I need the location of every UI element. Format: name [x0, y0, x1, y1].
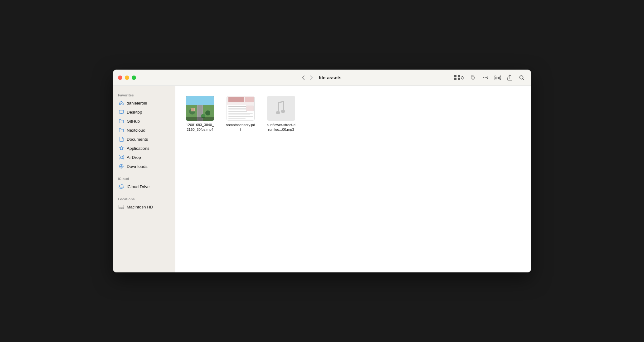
- sidebar-item-desktop-label: Desktop: [127, 110, 142, 115]
- airdrop-icon: [119, 154, 124, 160]
- sidebar-item-applications-label: Applications: [127, 146, 149, 151]
- file-name-pdf: somatosensory.pdf: [226, 123, 255, 132]
- file-thumbnail-mp3: [267, 96, 295, 121]
- maximize-button[interactable]: [132, 76, 136, 80]
- svg-rect-35: [228, 116, 253, 117]
- svg-rect-3: [458, 78, 460, 80]
- applications-icon: [119, 145, 124, 151]
- sidebar-item-icloud-drive[interactable]: iCloud Drive: [115, 182, 173, 191]
- sidebar-item-macintosh-hd-label: Macintosh HD: [127, 205, 153, 209]
- file-item-mp3[interactable]: sunflower-street-drumloo...00.mp3: [264, 93, 298, 134]
- svg-point-14: [121, 208, 122, 208]
- sidebar-item-danielerolli-label: danielerolli: [127, 101, 147, 105]
- share-button[interactable]: [505, 73, 514, 82]
- file-item-video[interactable]: 12081683_3840_2160_30fps.mp4: [183, 93, 217, 134]
- sidebar-item-danielerolli[interactable]: danielerolli: [115, 99, 173, 107]
- svg-point-9: [520, 76, 523, 79]
- folder-icon-nextcloud: [119, 127, 124, 133]
- file-area: 12081683_3840_2160_30fps.mp4: [175, 86, 531, 272]
- toolbar: file-assets: [113, 70, 531, 86]
- sidebar-item-github-label: GitHub: [127, 119, 140, 124]
- svg-point-11: [121, 157, 122, 159]
- more-button[interactable]: [481, 74, 490, 82]
- sidebar-item-macintosh-hd[interactable]: Macintosh HD: [115, 203, 173, 211]
- file-grid: 12081683_3840_2160_30fps.mp4: [183, 93, 524, 134]
- svg-rect-32: [228, 111, 247, 112]
- sidebar-item-downloads-label: Downloads: [127, 164, 148, 169]
- drive-icon: [119, 204, 124, 210]
- svg-point-8: [497, 77, 499, 79]
- sidebar-item-desktop[interactable]: Desktop: [115, 108, 173, 116]
- main-content: Favorites danielerolli Deskt: [113, 86, 531, 272]
- svg-point-39: [281, 110, 285, 113]
- forward-button[interactable]: [308, 74, 315, 81]
- toolbar-right: [452, 73, 526, 82]
- svg-rect-10: [119, 110, 124, 113]
- svg-rect-1: [458, 75, 460, 77]
- svg-rect-36: [228, 118, 246, 119]
- favorites-label: Favorites: [113, 91, 175, 98]
- svg-point-7: [486, 77, 487, 78]
- file-thumbnail-pdf: [227, 96, 255, 121]
- file-thumbnail-video: [186, 96, 214, 121]
- search-button[interactable]: [517, 74, 526, 82]
- cloud-icon: [119, 184, 124, 189]
- file-name-mp3: sunflower-street-drumloo...00.mp3: [266, 123, 296, 132]
- svg-point-38: [276, 111, 280, 114]
- sidebar-item-downloads[interactable]: Downloads: [115, 162, 173, 171]
- file-item-pdf[interactable]: somatosensory.pdf: [223, 93, 258, 134]
- svg-rect-33: [228, 113, 253, 114]
- finder-window: file-assets: [113, 70, 531, 272]
- desktop-icon: [119, 109, 124, 115]
- file-name-video: 12081683_3840_2160_30fps.mp4: [185, 123, 215, 132]
- airdrop-toolbar-button[interactable]: [493, 74, 502, 82]
- sidebar-item-applications[interactable]: Applications: [115, 144, 173, 153]
- folder-icon-github: [119, 118, 124, 124]
- sidebar-item-airdrop[interactable]: AirDrop: [115, 153, 173, 162]
- minimize-button[interactable]: [125, 76, 129, 80]
- close-button[interactable]: [118, 76, 122, 80]
- svg-rect-37: [246, 105, 254, 111]
- svg-rect-0: [454, 75, 456, 77]
- sidebar-item-documents-label: Documents: [127, 137, 148, 142]
- tag-button[interactable]: [469, 74, 477, 82]
- document-icon: [119, 136, 124, 142]
- svg-rect-34: [228, 115, 250, 115]
- house-icon: [119, 100, 124, 106]
- sidebar-item-nextcloud[interactable]: Nextcloud: [115, 126, 173, 134]
- back-button[interactable]: [300, 74, 307, 81]
- svg-point-20: [205, 110, 210, 115]
- locations-label: Locations: [113, 195, 175, 202]
- svg-rect-2: [454, 78, 456, 80]
- sidebar-item-github[interactable]: GitHub: [115, 117, 173, 125]
- view-toggle-button[interactable]: [452, 74, 466, 81]
- svg-rect-23: [191, 108, 194, 111]
- svg-point-5: [483, 77, 484, 78]
- svg-point-4: [472, 76, 473, 77]
- window-title: file-assets: [319, 75, 341, 80]
- svg-rect-27: [228, 97, 244, 102]
- sidebar: Favorites danielerolli Deskt: [113, 86, 175, 272]
- sidebar-item-documents[interactable]: Documents: [115, 135, 173, 144]
- svg-point-6: [485, 77, 486, 78]
- sidebar-item-nextcloud-label: Nextcloud: [127, 128, 145, 133]
- sidebar-item-airdrop-label: AirDrop: [127, 155, 141, 160]
- traffic-lights: [118, 76, 136, 80]
- svg-rect-24: [186, 117, 214, 121]
- downloads-icon: [119, 164, 124, 169]
- svg-rect-28: [245, 97, 254, 102]
- sidebar-item-icloud-drive-label: iCloud Drive: [127, 184, 150, 189]
- icloud-label: iCloud: [113, 174, 175, 182]
